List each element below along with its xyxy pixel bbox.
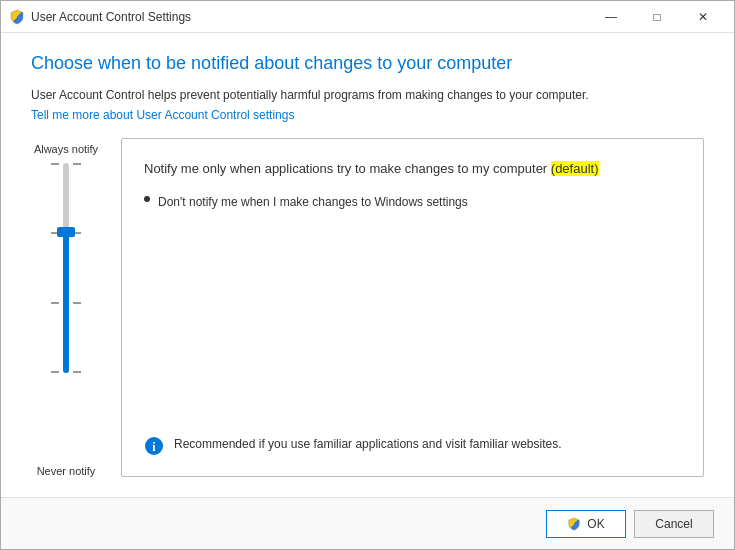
tick-r3	[73, 302, 81, 304]
bullet-dot	[144, 196, 150, 202]
ok-button[interactable]: OK	[546, 510, 626, 538]
tick-3	[51, 302, 59, 304]
footer: OK Cancel	[1, 497, 734, 549]
info-box-top: Notify me only when applications try to …	[144, 159, 681, 211]
tick-r4	[73, 371, 81, 373]
window-title: User Account Control Settings	[31, 10, 588, 24]
bullet-item: Don't notify me when I make changes to W…	[144, 193, 681, 211]
cancel-button[interactable]: Cancel	[634, 510, 714, 538]
info-box-bottom: i Recommended if you use familiar applic…	[144, 425, 681, 456]
maximize-button[interactable]: □	[634, 1, 680, 33]
tick-r1	[73, 163, 81, 165]
tick-marks-left	[51, 163, 63, 373]
recommendation-text: Recommended if you use familiar applicat…	[174, 435, 562, 453]
window-controls: — □ ✕	[588, 1, 726, 33]
main-content: Choose when to be notified about changes…	[1, 33, 734, 497]
uac-settings-window: User Account Control Settings — □ ✕ Choo…	[0, 0, 735, 550]
tick-4	[51, 371, 59, 373]
tick-1	[51, 163, 59, 165]
slider-fill	[63, 232, 69, 373]
tick-marks-right	[69, 163, 81, 373]
info-main-text: Notify me only when applications try to …	[144, 159, 681, 179]
page-heading: Choose when to be notified about changes…	[31, 53, 704, 74]
ok-label: OK	[587, 517, 604, 531]
ok-shield-icon	[567, 517, 581, 531]
slider-label-bottom: Never notify	[37, 465, 96, 477]
info-box: Notify me only when applications try to …	[121, 138, 704, 477]
bullet-text: Don't notify me when I make changes to W…	[158, 193, 468, 211]
learn-more-link[interactable]: Tell me more about User Account Control …	[31, 108, 704, 122]
slider-track[interactable]	[63, 163, 69, 373]
slider-label-top: Always notify	[34, 143, 98, 155]
slider-track-container	[51, 163, 81, 457]
slider-area: Always notify	[31, 138, 101, 477]
slider-thumb[interactable]	[57, 227, 75, 237]
description-text: User Account Control helps prevent poten…	[31, 86, 704, 104]
minimize-button[interactable]: —	[588, 1, 634, 33]
info-main-text-before: Notify me only when applications try to …	[144, 161, 551, 176]
close-button[interactable]: ✕	[680, 1, 726, 33]
uac-icon	[9, 9, 25, 25]
default-highlight: (default)	[551, 161, 599, 176]
main-area: Always notify	[31, 138, 704, 477]
info-circle-icon: i	[144, 436, 164, 456]
title-bar: User Account Control Settings — □ ✕	[1, 1, 734, 33]
